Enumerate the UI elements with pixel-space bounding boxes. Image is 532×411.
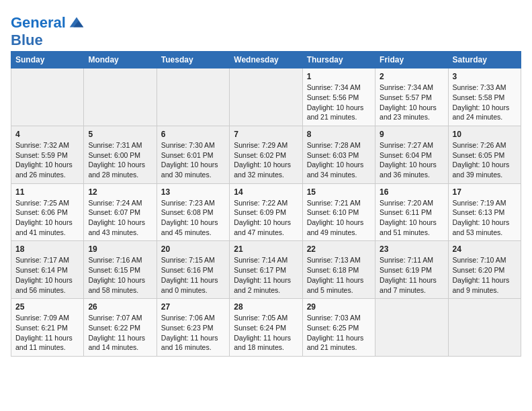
day-info-line: Sunset: 6:18 PM bbox=[307, 265, 371, 275]
day-number: 14 bbox=[234, 187, 298, 197]
day-info-line: Sunrise: 7:22 AM bbox=[234, 198, 298, 208]
day-info-line: Sunrise: 7:10 AM bbox=[453, 255, 517, 265]
day-info-line: Sunset: 5:58 PM bbox=[453, 93, 517, 103]
day-info-line: Daylight: 10 hours bbox=[88, 160, 152, 170]
day-info-line: and 21 minutes. bbox=[307, 342, 371, 353]
calendar-cell: 21Sunrise: 7:14 AMSunset: 6:17 PMDayligh… bbox=[230, 241, 302, 299]
calendar-cell bbox=[375, 299, 448, 357]
day-info-line: Sunset: 6:21 PM bbox=[15, 323, 79, 333]
calendar-cell: 19Sunrise: 7:16 AMSunset: 6:15 PMDayligh… bbox=[84, 241, 157, 299]
day-number: 3 bbox=[453, 72, 517, 81]
day-info-line: Sunrise: 7:23 AM bbox=[161, 198, 225, 208]
day-info-line: and 39 minutes. bbox=[453, 170, 517, 180]
weekday-header-sunday: Sunday bbox=[11, 52, 84, 68]
day-info-line: and 2 minutes. bbox=[234, 285, 298, 295]
day-info-line: Sunrise: 7:32 AM bbox=[15, 140, 79, 150]
day-number: 21 bbox=[234, 244, 298, 254]
day-number: 1 bbox=[307, 72, 371, 81]
logo-icon bbox=[67, 13, 86, 32]
day-number: 24 bbox=[453, 244, 517, 254]
day-info-line: Daylight: 11 hours bbox=[88, 333, 152, 343]
day-number: 11 bbox=[15, 187, 79, 197]
day-number: 15 bbox=[307, 187, 371, 197]
day-number: 16 bbox=[380, 187, 443, 197]
day-info-line: Daylight: 10 hours bbox=[380, 218, 443, 228]
calendar-body: 1Sunrise: 7:34 AMSunset: 5:56 PMDaylight… bbox=[11, 68, 521, 357]
day-info-line: Sunrise: 7:27 AM bbox=[380, 140, 443, 150]
day-info-line: Sunset: 6:25 PM bbox=[307, 323, 371, 333]
day-number: 2 bbox=[380, 72, 443, 81]
day-number: 12 bbox=[88, 187, 152, 197]
day-info-line: and 32 minutes. bbox=[234, 170, 298, 180]
calendar-cell: 11Sunrise: 7:25 AMSunset: 6:06 PMDayligh… bbox=[11, 183, 84, 241]
day-info-line: Sunset: 6:01 PM bbox=[161, 150, 225, 161]
day-info-line: Sunrise: 7:29 AM bbox=[234, 140, 298, 150]
calendar-cell: 28Sunrise: 7:05 AMSunset: 6:24 PMDayligh… bbox=[230, 299, 302, 357]
day-info-line: and 18 minutes. bbox=[234, 342, 298, 353]
calendar-cell bbox=[230, 68, 302, 126]
weekday-header-saturday: Saturday bbox=[448, 52, 521, 68]
day-info-line: Daylight: 11 hours bbox=[307, 333, 371, 343]
day-info-line: and 9 minutes. bbox=[453, 285, 517, 295]
day-info-line: and 51 minutes. bbox=[380, 228, 443, 238]
day-info-line: Sunset: 5:56 PM bbox=[307, 93, 371, 103]
day-number: 25 bbox=[15, 302, 79, 312]
day-info-line: Sunrise: 7:34 AM bbox=[307, 83, 371, 93]
day-info-line: and 43 minutes. bbox=[88, 228, 152, 238]
day-info-line: Sunrise: 7:17 AM bbox=[15, 255, 79, 265]
day-number: 7 bbox=[234, 130, 298, 139]
day-info-line: and 0 minutes. bbox=[161, 285, 225, 295]
calendar-cell: 20Sunrise: 7:15 AMSunset: 6:16 PMDayligh… bbox=[157, 241, 229, 299]
calendar-header: SundayMondayTuesdayWednesdayThursdayFrid… bbox=[11, 52, 521, 68]
day-info-line: Sunrise: 7:06 AM bbox=[161, 313, 225, 323]
day-info-line: Sunset: 6:23 PM bbox=[161, 323, 225, 333]
day-info-line: Sunrise: 7:20 AM bbox=[380, 198, 443, 208]
day-info-line: Daylight: 10 hours bbox=[453, 160, 517, 170]
calendar-cell: 15Sunrise: 7:21 AMSunset: 6:10 PMDayligh… bbox=[302, 183, 375, 241]
day-info-line: and 21 minutes. bbox=[307, 112, 371, 122]
day-info-line: Sunrise: 7:21 AM bbox=[307, 198, 371, 208]
week-row-3: 11Sunrise: 7:25 AMSunset: 6:06 PMDayligh… bbox=[11, 183, 521, 241]
day-number: 28 bbox=[234, 302, 298, 312]
calendar-cell: 29Sunrise: 7:03 AMSunset: 6:25 PMDayligh… bbox=[302, 299, 375, 357]
day-info-line: and 41 minutes. bbox=[15, 228, 79, 238]
calendar-cell: 13Sunrise: 7:23 AMSunset: 6:08 PMDayligh… bbox=[157, 183, 229, 241]
day-info-line: Sunrise: 7:05 AM bbox=[234, 313, 298, 323]
day-info-line: Daylight: 11 hours bbox=[307, 275, 371, 285]
day-number: 19 bbox=[88, 244, 152, 254]
week-row-2: 4Sunrise: 7:32 AMSunset: 5:59 PMDaylight… bbox=[11, 126, 521, 183]
day-info-line: Sunrise: 7:11 AM bbox=[380, 255, 443, 265]
day-info-line: and 49 minutes. bbox=[307, 228, 371, 238]
day-info-line: Sunrise: 7:26 AM bbox=[453, 140, 517, 150]
calendar-cell: 3Sunrise: 7:33 AMSunset: 5:58 PMDaylight… bbox=[448, 68, 521, 126]
day-info-line: Daylight: 10 hours bbox=[453, 103, 517, 113]
day-info-line: Daylight: 10 hours bbox=[161, 218, 225, 228]
day-number: 27 bbox=[161, 302, 225, 312]
day-info-line: Sunset: 5:59 PM bbox=[15, 150, 79, 161]
day-number: 10 bbox=[453, 130, 517, 139]
logo-text-2: Blue bbox=[11, 32, 86, 48]
calendar-cell bbox=[84, 68, 157, 126]
day-info-line: Sunset: 5:57 PM bbox=[380, 93, 443, 103]
day-info-line: Sunrise: 7:33 AM bbox=[453, 83, 517, 93]
day-number: 22 bbox=[307, 244, 371, 254]
calendar-cell: 27Sunrise: 7:06 AMSunset: 6:23 PMDayligh… bbox=[157, 299, 229, 357]
day-info-line: Daylight: 10 hours bbox=[307, 160, 371, 170]
day-info-line: Daylight: 11 hours bbox=[453, 275, 517, 285]
day-info-line: Daylight: 10 hours bbox=[15, 218, 79, 228]
day-info-line: and 5 minutes. bbox=[307, 285, 371, 295]
weekday-header-friday: Friday bbox=[375, 52, 448, 68]
day-info-line: Sunset: 6:04 PM bbox=[380, 150, 443, 161]
day-number: 6 bbox=[161, 130, 225, 139]
day-info-line: Daylight: 11 hours bbox=[161, 275, 225, 285]
weekday-header-tuesday: Tuesday bbox=[157, 52, 229, 68]
day-info-line: Sunset: 6:24 PM bbox=[234, 323, 298, 333]
calendar-cell: 10Sunrise: 7:26 AMSunset: 6:05 PMDayligh… bbox=[448, 126, 521, 183]
day-number: 18 bbox=[15, 244, 79, 254]
calendar-cell: 18Sunrise: 7:17 AMSunset: 6:14 PMDayligh… bbox=[11, 241, 84, 299]
weekday-header-monday: Monday bbox=[84, 52, 157, 68]
day-info-line: and 56 minutes. bbox=[15, 285, 79, 295]
day-info-line: Sunset: 6:07 PM bbox=[88, 208, 152, 218]
calendar-cell: 6Sunrise: 7:30 AMSunset: 6:01 PMDaylight… bbox=[157, 126, 229, 183]
day-info-line: Daylight: 11 hours bbox=[234, 333, 298, 343]
